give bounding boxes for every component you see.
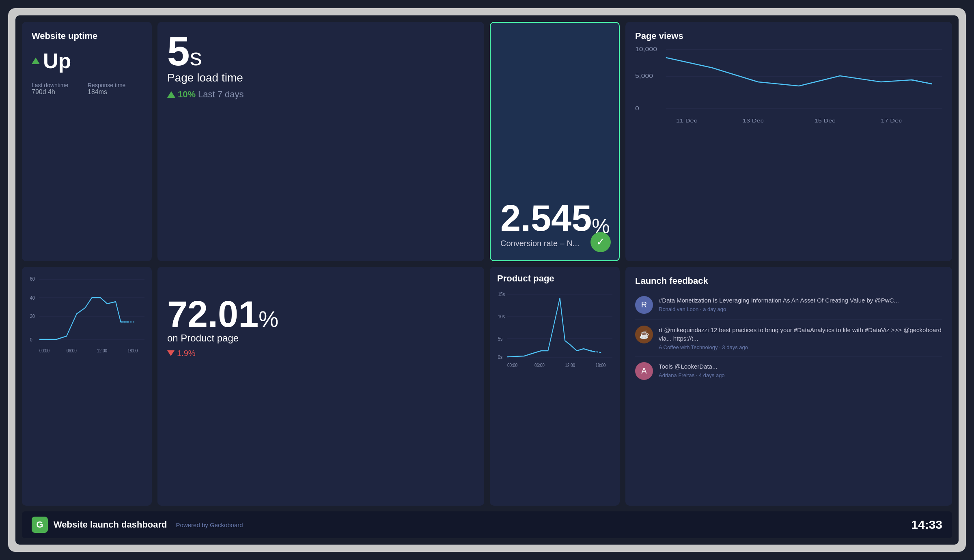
- outer-frame: Website uptime Up Last downtime 790d 4h …: [8, 8, 966, 552]
- conversion-check-icon: ✓: [590, 232, 611, 252]
- svg-text:40: 40: [30, 295, 35, 301]
- svg-text:10,000: 10,000: [635, 46, 657, 52]
- product-page-svg: 15s 10s 5s 0s 00:00 06:: [497, 288, 612, 369]
- page-views-card: Page views 10,000 5,000 0: [625, 22, 952, 261]
- svg-text:12:00: 12:00: [97, 348, 107, 353]
- bottom-bar-left: G Website launch dashboard Powered by Ge…: [32, 517, 243, 533]
- svg-text:18:00: 18:00: [595, 363, 606, 368]
- svg-text:06:00: 06:00: [534, 363, 545, 368]
- svg-text:20: 20: [30, 313, 35, 319]
- page-views-chart: 10,000 5,000 0 11 Dec 13 Dec: [635, 45, 942, 252]
- bounce-product-card: 72.01% on Product page 1.9%: [157, 267, 484, 506]
- svg-text:00:00: 00:00: [39, 348, 50, 353]
- bounce-product-number-row: 72.01%: [167, 284, 474, 333]
- product-page-chart-card: Product page 15s 10s 5s 0s: [490, 267, 620, 506]
- clock-display: 14:33: [911, 518, 942, 532]
- gecko-logo-icon: G: [32, 517, 48, 533]
- last-downtime-label: Last downtime: [32, 82, 86, 88]
- conversion-number-row: 2.545%: [500, 200, 609, 236]
- dashboard-title: Website launch dashboard: [54, 519, 167, 530]
- bounce-product-unit: %: [259, 308, 278, 330]
- page-load-trend: 10% Last 7 days: [167, 89, 474, 100]
- visitors-chart: 60 40 20 0 00:00 06:00: [29, 273, 144, 500]
- feedback-meta-3: Adriana Freitas · 4 days ago: [659, 372, 725, 378]
- feedback-meta-2: A Coffee with Technology · 3 days ago: [659, 344, 942, 350]
- bottom-bar: G Website launch dashboard Powered by Ge…: [22, 511, 952, 538]
- svg-text:10s: 10s: [498, 313, 505, 320]
- uptime-title: Website uptime: [32, 31, 142, 41]
- feedback-item-2: ☕ rt @mikequindazzi 12 best practices to…: [635, 320, 942, 356]
- svg-text:13 Dec: 13 Dec: [743, 118, 764, 124]
- page-load-label: Page load time: [167, 71, 474, 84]
- bounce-product-value: 72.01: [167, 296, 259, 333]
- page-load-unit: s: [190, 45, 202, 69]
- response-time-block: Response time 184ms: [88, 82, 142, 96]
- feedback-text-2: rt @mikequindazzi 12 best practices to b…: [659, 326, 942, 343]
- svg-text:17 Dec: 17 Dec: [881, 118, 902, 124]
- page-views-svg: 10,000 5,000 0 11 Dec 13 Dec: [635, 45, 942, 127]
- bounce-product-label: on Product page: [167, 333, 474, 344]
- arrow-up-icon: [32, 58, 40, 64]
- page-load-value: 5: [167, 31, 190, 71]
- visitors-svg: 60 40 20 0 00:00 06:00: [29, 273, 144, 363]
- svg-text:15s: 15s: [498, 291, 505, 297]
- uptime-details: Last downtime 790d 4h Response time 184m…: [32, 82, 142, 96]
- feedback-item-1: R #Data Monetization Is Leveraging Infor…: [635, 290, 942, 320]
- svg-text:0s: 0s: [498, 354, 502, 360]
- feedback-text-3: Tools @LookerData...: [659, 362, 725, 371]
- last-downtime-value: 790d 4h: [32, 88, 86, 96]
- product-page-title: Product page: [497, 273, 612, 284]
- svg-text:18:00: 18:00: [127, 348, 138, 353]
- bounce-product-trend-pct: 1.9%: [177, 349, 196, 358]
- avatar-1: R: [635, 296, 653, 314]
- svg-text:15 Dec: 15 Dec: [815, 118, 836, 124]
- svg-text:06:00: 06:00: [67, 348, 77, 353]
- launch-feedback-card: Launch feedback R #Data Monetization Is …: [625, 267, 952, 506]
- launch-feedback-title: Launch feedback: [635, 276, 942, 286]
- dashboard: Website uptime Up Last downtime 790d 4h …: [15, 15, 959, 545]
- last-downtime-block: Last downtime 790d 4h: [32, 82, 86, 96]
- svg-text:5,000: 5,000: [635, 73, 653, 79]
- response-time-value: 184ms: [88, 88, 142, 96]
- svg-text:12:00: 12:00: [565, 363, 575, 368]
- page-load-trend-label: Last 7 days: [198, 89, 244, 100]
- main-content-grid: Website uptime Up Last downtime 790d 4h …: [22, 22, 952, 506]
- uptime-card: Website uptime Up Last downtime 790d 4h …: [22, 22, 152, 261]
- avatar-3: A: [635, 362, 653, 380]
- svg-text:5s: 5s: [498, 336, 502, 342]
- feedback-content-3: Tools @LookerData... Adriana Freitas · 4…: [659, 362, 725, 380]
- feedback-list: R #Data Monetization Is Leveraging Infor…: [635, 290, 942, 386]
- svg-text:60: 60: [30, 276, 35, 282]
- page-load-trend-pct: 10%: [178, 89, 196, 100]
- trend-arrow-up-icon: [167, 91, 175, 98]
- product-page-chart: 15s 10s 5s 0s 00:00 06:: [497, 288, 612, 500]
- conversion-card: 2.545% Conversion rate – N... ✓: [490, 22, 620, 261]
- avatar-2: ☕: [635, 326, 653, 343]
- feedback-content-2: rt @mikequindazzi 12 best practices to b…: [659, 326, 942, 350]
- feedback-meta-1: Ronald van Loon · a day ago: [659, 306, 899, 312]
- uptime-status-value: Up: [43, 50, 71, 71]
- page-views-title: Page views: [635, 31, 942, 41]
- conversion-value: 2.545: [500, 200, 592, 236]
- page-load-number-row: 5s: [167, 31, 474, 71]
- bounce-product-trend-arrow-icon: [167, 350, 175, 356]
- svg-text:11 Dec: 11 Dec: [676, 118, 697, 124]
- feedback-text-1: #Data Monetization Is Leveraging Informa…: [659, 296, 899, 305]
- response-time-label: Response time: [88, 82, 142, 88]
- feedback-item-3: A Tools @LookerData... Adriana Freitas ·…: [635, 356, 942, 386]
- uptime-status-row: Up: [32, 50, 142, 71]
- svg-text:0: 0: [635, 105, 639, 112]
- visitors-chart-card: 60 40 20 0 00:00 06:00: [22, 267, 152, 506]
- bounce-product-trend: 1.9%: [167, 349, 474, 358]
- svg-text:0: 0: [30, 337, 32, 343]
- feedback-content-1: #Data Monetization Is Leveraging Informa…: [659, 296, 899, 314]
- svg-text:00:00: 00:00: [507, 363, 517, 368]
- page-load-card: 5s Page load time 10% Last 7 days: [157, 22, 484, 261]
- powered-by-label: Powered by Geckoboard: [176, 521, 243, 528]
